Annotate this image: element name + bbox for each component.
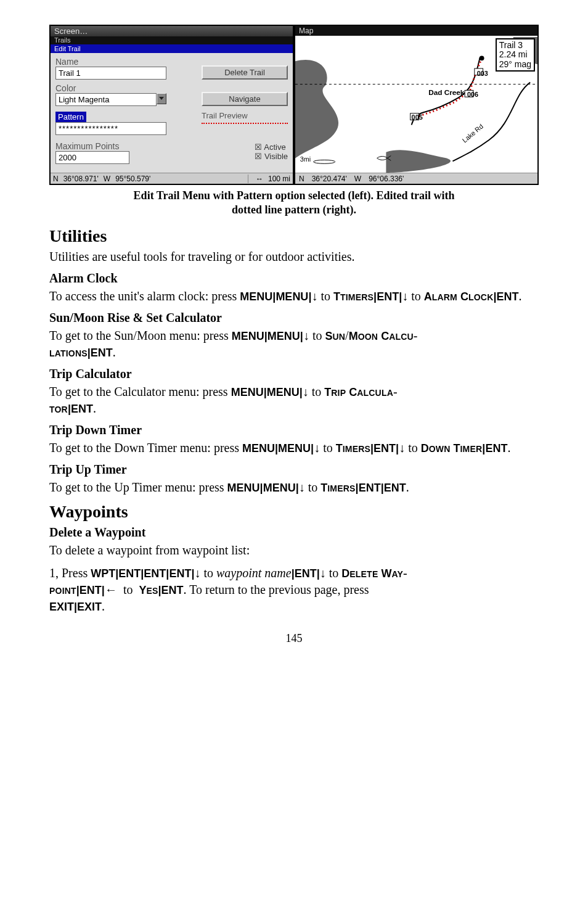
trail-preview-label: Trail Preview xyxy=(202,111,288,120)
svg-point-4 xyxy=(480,56,484,60)
svg-text:006: 006 xyxy=(467,91,478,98)
tripcalc-heading: Trip Calculator xyxy=(49,367,539,381)
max-points-label: Maximum Points xyxy=(55,141,242,151)
status-scale: 100 mi xyxy=(266,175,293,183)
name-input[interactable]: Trail 1 xyxy=(55,67,166,80)
utilities-para: Utilities are useful tools for traveling… xyxy=(49,249,539,265)
status-lat-r: 36°20.474' xyxy=(308,175,351,183)
figure-row: Screen… Trails Edit Trail Name Trail 1 D… xyxy=(49,25,539,185)
svg-text:003: 003 xyxy=(477,70,488,77)
color-label: Color xyxy=(55,83,189,93)
navigate-button[interactable]: Navigate xyxy=(202,92,288,106)
status-n: N xyxy=(51,175,61,183)
pattern-label[interactable]: Pattern xyxy=(55,112,86,122)
sunmoon-heading: Sun/Moon Rise & Set Calculator xyxy=(49,311,539,325)
svg-text:005: 005 xyxy=(412,113,423,121)
status-n-r: N xyxy=(295,175,308,183)
map-info-box: Trail 3 2.24 mi 29° mag xyxy=(496,38,535,72)
status-w-r: W xyxy=(351,175,365,183)
visible-label: Visible xyxy=(264,152,288,161)
active-label: Active xyxy=(264,142,285,152)
figure-caption: Edit Trail Menu with Pattern option sele… xyxy=(49,189,539,218)
visible-checkbox[interactable]: ☒ Visible xyxy=(255,152,288,161)
uptimer-heading: Trip Up Timer xyxy=(49,463,539,477)
uptimer-para: To get to the Up Timer menu: press MENU|… xyxy=(49,479,539,496)
color-input[interactable]: Light Magenta xyxy=(55,93,157,106)
pattern-input[interactable]: **************** xyxy=(55,122,166,135)
trail-bearing: 29° mag xyxy=(499,60,531,69)
status-w: W xyxy=(101,175,113,183)
trail-distance: 2.24 mi xyxy=(499,50,531,59)
svg-point-11 xyxy=(313,160,335,163)
active-checkbox[interactable]: ☒ Active xyxy=(255,142,288,152)
alarm-heading: Alarm Clock xyxy=(49,271,539,286)
map-screenshot: Map xyxy=(294,25,539,185)
delete-wpt-heading: Delete a Waypoint xyxy=(49,525,539,540)
status-bar-left: N 36°08.971' W 95°50.579' ↔ 100 mi xyxy=(51,173,293,184)
max-points-input[interactable]: 2000 xyxy=(55,151,129,164)
trail-name: Trail 3 xyxy=(499,41,531,50)
status-bar-right: N 36°20.474' W 96°06.336' xyxy=(295,173,537,184)
status-lat: 36°08.971' xyxy=(61,175,101,183)
sunmoon-para: To get to the Sun/Moon menu: press MENU|… xyxy=(49,327,539,361)
svg-text:3mi: 3mi xyxy=(300,155,311,163)
step-1-para: 1, Press WPT|ENT|ENT|ENT|↓ to waypoint n… xyxy=(49,565,539,615)
map-title: Map xyxy=(295,26,537,36)
page-number: 145 xyxy=(49,632,539,645)
trails-title: Trails xyxy=(51,36,293,44)
delete-trail-button[interactable]: Delete Trail xyxy=(202,65,288,80)
dropdown-icon[interactable] xyxy=(157,93,166,104)
name-label: Name xyxy=(55,57,189,67)
delete-wpt-para: To delete a waypoint from waypoint list: xyxy=(49,542,539,559)
edit-trail-title: Edit Trail xyxy=(51,44,293,53)
svg-text:Lake Rd: Lake Rd xyxy=(461,122,485,144)
status-lon-r: 96°06.336' xyxy=(365,175,407,183)
screen-title: Screen… xyxy=(51,26,293,36)
edit-trail-screenshot: Screen… Trails Edit Trail Name Trail 1 D… xyxy=(49,25,294,185)
svg-text:Dad Creek: Dad Creek xyxy=(428,88,465,96)
downtimer-para: To get to the Down Timer menu: press MEN… xyxy=(49,440,539,456)
waypoints-heading: Waypoints xyxy=(49,502,539,522)
downtimer-heading: Trip Down Timer xyxy=(49,423,539,437)
trail-preview-line xyxy=(202,123,288,125)
status-lon: 95°50.579' xyxy=(113,175,153,183)
tripcalc-para: To get to the Calculator menu: press MEN… xyxy=(49,384,539,417)
alarm-para: To access the unit's alarm clock: press … xyxy=(49,288,539,305)
scale-arrow-icon: ↔ xyxy=(253,175,266,183)
utilities-heading: Utilities xyxy=(49,226,539,246)
